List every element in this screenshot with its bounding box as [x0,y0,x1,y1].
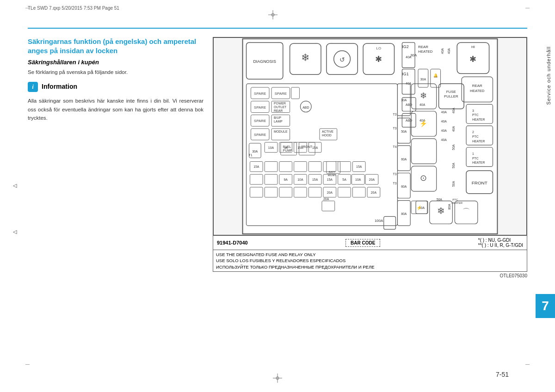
svg-text:4A: 4A [284,146,288,149]
header-crosshair [268,10,278,19]
svg-text:⌒: ⌒ [462,208,470,215]
svg-text:20A: 20A [327,191,333,194]
svg-text:DIAGNOSIS: DIAGNOSIS [253,59,276,64]
svg-text:10A: 10A [268,146,274,149]
svg-text:PTC: PTC [452,198,458,201]
svg-text:9A: 9A [284,178,288,181]
use-line2: USE SOLO LOS FUSIBLES Y RELEVADORES ESPE… [216,257,524,263]
svg-text:❄: ❄ [437,206,445,216]
svg-text:5A: 5A [342,178,346,181]
section-title: Säkringarnas funktion (på engelska) och … [28,37,204,55]
legend-line1: *( ) : NU, G-GDI [478,238,523,243]
svg-text:40A: 40A [447,48,450,54]
svg-text:15A: 15A [327,178,333,181]
svg-text:REAR: REAR [472,84,482,88]
svg-text:20A: 20A [371,191,377,194]
svg-text:HEATER: HEATER [472,118,485,121]
svg-text:15A: 15A [312,146,318,149]
svg-text:10A: 10A [355,178,361,181]
page-number: 7-51 [496,371,509,378]
svg-text:REAR: REAR [274,109,283,112]
main-content: Säkringarnas funktion (på engelska) och … [28,37,527,355]
right-sidebar: Service och underhåll 7 [532,37,555,392]
left-column: Säkringarnas funktion (på engelska) och … [28,37,204,355]
svg-text:BATT: BATT [329,171,336,173]
svg-text:PTC: PTC [472,135,479,138]
fuse-diagram: DIAGNOSIS ❄ ↺ LO ✱ IG2 30A 40A [213,37,527,236]
svg-text:40A: 40A [441,120,447,123]
left-arrow-bottom: ◁ [13,229,17,235]
svg-text:SPARE: SPARE [254,133,266,137]
svg-text:FRONT: FRONT [472,180,487,185]
subsection-title: Säkringshållaren i kupén [28,59,204,66]
page-header: TLe SWD 7.qxp 5/20/2015 7:53 PM Page 51 [28,6,527,11]
svg-text:30A: 30A [420,78,426,81]
svg-text:40A: 40A [441,138,447,141]
otle-ref: OTLE075030 [213,273,527,278]
svg-text:REAR: REAR [418,45,428,49]
svg-text:HEATED: HEATED [418,49,433,54]
top-blue-line [28,28,527,29]
svg-text:OUTLET: OUTLET [274,105,287,109]
svg-text:40A: 40A [406,55,412,59]
svg-text:ACTIVE: ACTIVE [322,130,333,133]
svg-text:50A: 50A [452,181,455,187]
svg-text:ABD: ABD [302,106,309,109]
svg-text:80A: 80A [401,212,407,215]
svg-text:🔔: 🔔 [433,73,438,78]
legend-text: *( ) : NU, G-GDI **( ) : U II, R, G-T/GD… [478,238,523,248]
svg-text:POWER: POWER [274,102,286,105]
svg-text:✱: ✱ [469,55,476,64]
chapter-number: 7 [542,299,549,313]
barcode-box: BAR CODE [345,239,380,247]
sidebar-label: Service och underhåll [546,46,551,105]
info-title: Information [42,82,77,90]
svg-text:80A: 80A [448,204,451,210]
svg-text:HEATED: HEATED [470,89,485,93]
svg-text:T3: T3 [393,127,397,130]
svg-text:3: 3 [472,109,474,112]
svg-text:IG2: IG2 [402,44,408,49]
svg-text:HEATER: HEATER [451,202,462,204]
svg-text:❄: ❄ [420,91,427,100]
svg-text:↺: ↺ [339,56,345,63]
svg-text:LAMP: LAMP [274,120,283,123]
svg-text:40A: 40A [419,103,426,106]
svg-text:1: 1 [472,152,474,155]
svg-text:SPARE: SPARE [254,92,266,96]
svg-text:⊙: ⊙ [420,173,427,183]
svg-text:40A: 40A [441,110,447,114]
svg-text:30A: 30A [401,98,407,102]
svg-text:MGMT: MGMT [328,174,337,177]
svg-text:SPARE: SPARE [254,105,266,110]
part-number: 91941-D7040 [217,240,248,245]
svg-text:60A: 60A [401,158,407,161]
svg-text:100A: 100A [375,219,383,223]
svg-text:50A: 50A [437,198,443,201]
barcode-label: BAR CODE [351,240,375,245]
svg-text:50A: 50A [452,163,455,169]
svg-text:HOOD: HOOD [322,134,332,137]
svg-text:15A: 15A [356,165,362,168]
info-icon: i [28,82,38,92]
svg-text:⚡: ⚡ [419,120,428,128]
svg-text:40A: 40A [452,126,455,132]
legend-line2: **( ) : U II, R, G-T/GDI [478,243,523,248]
svg-text:SPARE: SPARE [254,119,266,123]
svg-text:HEATER: HEATER [472,140,485,143]
svg-text:IG1: IG1 [402,72,408,76]
svg-text:T3: T3 [393,182,397,185]
use-strip: USE THE DESIGNATED FUSE AND RELAY ONLY U… [213,250,527,272]
corner-mark-tl: — [25,6,30,10]
corner-bl: — [25,362,30,367]
svg-text:❄: ❄ [301,52,309,63]
use-line3: ИСПОЛЬЗУЙТЕ ТОЛЬКО ПРЕДНАЗНАЧЕННЫЕ ПРЕДО… [216,264,524,270]
info-box: i Information [28,82,204,92]
body-text: Se förklaring på svenska på följande sid… [28,68,204,76]
svg-text:30A: 30A [410,53,417,57]
svg-text:HI: HI [471,45,475,49]
svg-text:40A: 40A [441,129,447,132]
svg-text:LO: LO [376,46,382,50]
svg-text:T3: T3 [393,113,397,116]
svg-text:40A: 40A [441,48,444,54]
